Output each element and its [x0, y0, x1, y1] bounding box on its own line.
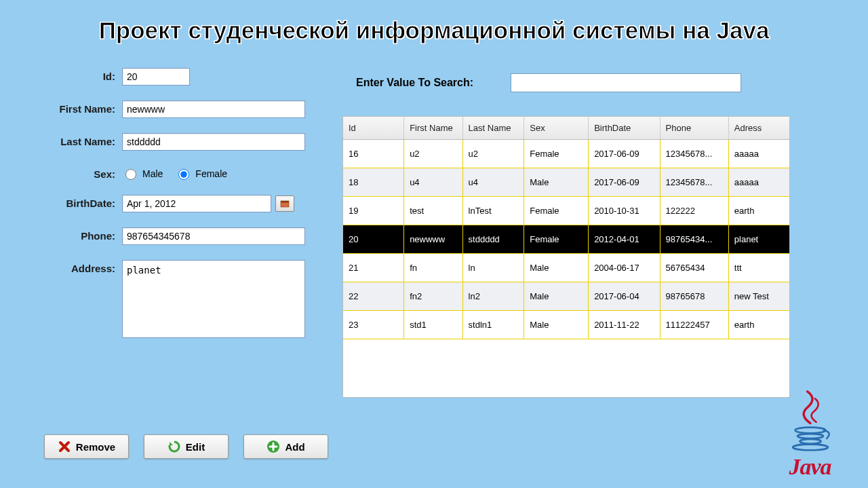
last-name-label: Last Name: — [41, 133, 122, 147]
phone-label: Phone: — [41, 227, 122, 242]
birthdate-input[interactable] — [122, 195, 271, 212]
table-cell: 20 — [343, 225, 404, 254]
button-bar: Remove Edit Add — [44, 434, 328, 459]
table-header[interactable]: Phone — [660, 117, 728, 140]
sex-label: Sex: — [41, 166, 122, 180]
java-logo: Java — [764, 387, 856, 480]
table-cell: Male — [524, 168, 589, 197]
radio-male-input[interactable] — [125, 169, 136, 180]
table-cell: fn — [404, 254, 462, 282]
edit-label: Edit — [186, 441, 205, 453]
svg-rect-1 — [281, 201, 289, 203]
table-header[interactable]: Adress — [728, 117, 789, 140]
table-row[interactable]: 16u2u2Female2017-06-0912345678...aaaaa — [343, 140, 789, 168]
id-input[interactable] — [122, 68, 190, 86]
sex-female-label: Female — [195, 168, 227, 179]
table-cell: earth — [728, 197, 789, 225]
table-cell: 2004-06-17 — [589, 254, 660, 282]
table-cell: u2 — [462, 140, 524, 168]
table-cell: fn2 — [404, 282, 462, 311]
table-cell: aaaaa — [728, 140, 789, 168]
table-cell: u2 — [404, 140, 462, 168]
table-row[interactable]: 19testlnTestFemale2010-10-31122222earth — [343, 197, 789, 225]
table-header[interactable]: Sex — [524, 117, 589, 140]
table-cell: 12345678... — [660, 140, 728, 168]
table-row[interactable]: 18u4u4Male2017-06-0912345678...aaaaa — [343, 168, 789, 197]
table-cell: 111222457 — [660, 311, 728, 339]
table-cell: 2017-06-04 — [589, 282, 660, 311]
table-header[interactable]: First Name — [404, 117, 462, 140]
form-panel: Id: First Name: Last Name: Sex: Male Fem… — [41, 68, 332, 353]
table-cell: 21 — [343, 254, 404, 282]
birthdate-label: BirthDate: — [41, 195, 122, 209]
last-name-input[interactable] — [122, 133, 305, 151]
table-cell: 22 — [343, 282, 404, 311]
table-cell: Male — [524, 282, 589, 311]
table-cell: u4 — [404, 168, 462, 197]
table-row[interactable]: 22fn2ln2Male2017-06-0498765678new Test — [343, 282, 789, 311]
table-cell: 56765434 — [660, 254, 728, 282]
table-cell: 98765434... — [660, 225, 728, 254]
table-cell: ln — [462, 254, 524, 282]
table-cell: new Test — [728, 282, 789, 311]
table-cell: 2017-06-09 — [589, 140, 660, 168]
table-header[interactable]: Id — [343, 117, 404, 140]
table-cell: 16 — [343, 140, 404, 168]
table-cell: ttt — [728, 254, 789, 282]
table-cell: 2012-04-01 — [589, 225, 660, 254]
table-cell: Female — [524, 140, 589, 168]
table-row[interactable]: 21fnlnMale2004-06-1756765434ttt — [343, 254, 789, 282]
add-button[interactable]: Add — [243, 434, 328, 459]
address-label: Address: — [41, 260, 122, 274]
table-cell: stdln1 — [462, 311, 524, 339]
students-table: IdFirst NameLast NameSexBirthDatePhoneAd… — [342, 116, 790, 398]
table-cell: earth — [728, 311, 789, 339]
table-cell: Male — [524, 311, 589, 339]
table-cell: planet — [728, 225, 789, 254]
edit-button[interactable]: Edit — [144, 434, 229, 459]
id-label: Id: — [41, 68, 122, 82]
remove-button[interactable]: Remove — [44, 434, 129, 459]
first-name-input[interactable] — [122, 100, 305, 118]
table-empty-area — [343, 339, 789, 397]
table-cell: 12345678... — [660, 168, 728, 197]
svg-point-3 — [795, 428, 825, 434]
table-row[interactable]: 23std1stdln1Male2011-11-22111222457earth — [343, 311, 789, 339]
table-row[interactable]: 20newwwwstdddddFemale2012-04-0198765434.… — [343, 225, 789, 254]
table-cell: 2011-11-22 — [589, 311, 660, 339]
x-icon — [58, 440, 71, 453]
search-label: Enter Value To Search: — [356, 77, 473, 89]
table-cell: lnTest — [462, 197, 524, 225]
sex-male-radio[interactable]: Male — [122, 167, 163, 180]
java-logo-text: Java — [764, 454, 856, 480]
table-cell: 122222 — [660, 197, 728, 225]
table-header[interactable]: BirthDate — [589, 117, 660, 140]
table-cell: 18 — [343, 168, 404, 197]
search-input[interactable] — [511, 73, 741, 92]
radio-female-input[interactable] — [178, 169, 189, 180]
table-cell: Male — [524, 254, 589, 282]
sex-male-label: Male — [142, 168, 163, 179]
table-header[interactable]: Last Name — [462, 117, 524, 140]
phone-input[interactable] — [122, 227, 305, 245]
table-cell: Female — [524, 225, 589, 254]
plus-icon — [267, 440, 280, 453]
calendar-button[interactable] — [275, 195, 294, 212]
right-panel: Enter Value To Search: IdFirst NameLast … — [342, 73, 790, 398]
svg-point-5 — [800, 439, 821, 444]
sex-female-radio[interactable]: Female — [175, 167, 227, 180]
table-cell: ln2 — [462, 282, 524, 311]
java-cup-icon — [776, 387, 844, 451]
table-cell: 23 — [343, 311, 404, 339]
table-cell: std1 — [404, 311, 462, 339]
table-cell: u4 — [462, 168, 524, 197]
svg-point-6 — [793, 445, 828, 451]
table-cell: 19 — [343, 197, 404, 225]
table-cell: test — [404, 197, 462, 225]
svg-point-4 — [797, 434, 823, 438]
table-cell: stddddd — [462, 225, 524, 254]
table-cell: 2017-06-09 — [589, 168, 660, 197]
remove-label: Remove — [76, 441, 115, 453]
address-input[interactable] — [122, 260, 305, 338]
refresh-icon — [167, 440, 181, 453]
